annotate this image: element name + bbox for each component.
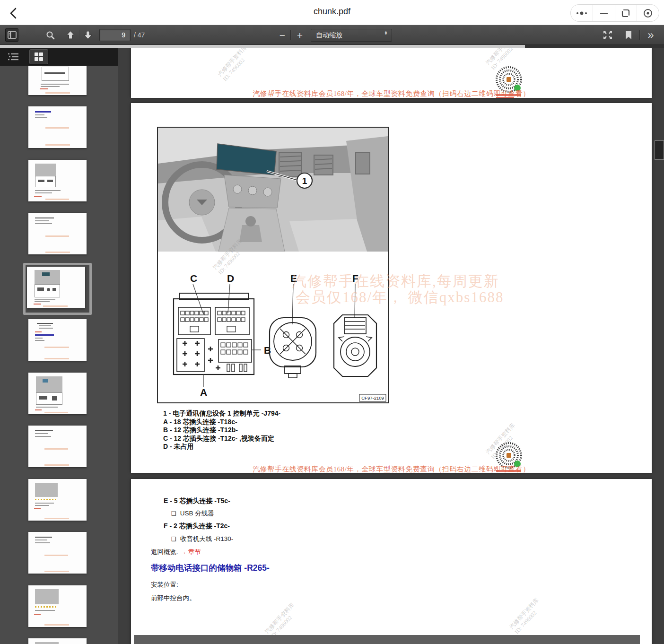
watermark-diagonal: 汽修帮手资料库ID: 7496002 — [263, 601, 301, 640]
sidebar-toggle-button[interactable] — [5, 28, 18, 42]
legend-line: A - 18 芯插头连接 -T18c- — [163, 418, 280, 426]
legend-line: D - 未占用 — [163, 443, 280, 451]
previous-page-button[interactable] — [64, 28, 77, 42]
watermark-red-banner: 汽修帮手在线资料库会员168/年，全球车型资料免费查询（扫码右边二维码即可查看） — [131, 89, 652, 98]
double-chevron-icon: » — [647, 29, 654, 41]
minimize-icon — [600, 12, 608, 15]
sidebar-header — [0, 48, 118, 66]
close-circle-icon — [643, 8, 653, 18]
thumbnails-view-button[interactable] — [29, 49, 48, 64]
more-options-button[interactable] — [571, 5, 593, 21]
legend-line: 1 - 电子通讯信息设备 1 控制单元 -J794- — [163, 409, 280, 418]
connector-subitem: ❑收音机天线 -R130- — [171, 535, 233, 543]
legend-line: C - 12 芯插头连接 -T12c- ,视装备而定 — [163, 435, 280, 443]
page-10: E - 5 芯插头连接 -T5c- ❑USB 分线器 F - 2 芯插头连接 -… — [131, 479, 652, 644]
watermark-red-banner: 汽修帮手在线资料库会员168/年，全球车型资料免费查询（扫码右边二维码即可查看） — [131, 465, 652, 473]
document-title: chunk.pdf — [0, 7, 664, 17]
thumbnail-page-12[interactable] — [28, 426, 87, 467]
outline-view-icon — [8, 52, 19, 61]
thumbnail-page-11[interactable] — [28, 373, 87, 414]
legend-line: B - 12 芯插头连接 -T12b- — [163, 426, 280, 435]
zoom-mode-value: 自动缩放 — [316, 31, 342, 40]
thumbnail-sidebar — [0, 48, 118, 644]
thumbnails-view-icon — [34, 52, 44, 62]
callout-1-label: 1 — [302, 176, 307, 186]
square-bullet-icon: ❑ — [171, 510, 176, 517]
section-heading: 带移动电话接口的储物箱 -R265- — [151, 562, 270, 574]
watermark-diagonal: 汽修帮手资料库ID: 7496002 — [216, 48, 253, 83]
dashboard-illustration — [158, 128, 388, 252]
chapter-link[interactable]: → 章节 — [180, 548, 201, 556]
thumbnail-page-9[interactable] — [27, 267, 85, 308]
connector-item-E: E - 5 芯插头连接 -T5c- — [164, 497, 233, 505]
thumbnail-page-7[interactable] — [28, 160, 87, 201]
more-tools-button[interactable]: » — [644, 28, 657, 42]
thumbnail-page-9-selected[interactable] — [23, 263, 92, 315]
back-to-overview: 返回概览. → 章节 — [151, 548, 201, 557]
float-window-button[interactable] — [615, 5, 637, 21]
thumbnail-page-8[interactable] — [28, 213, 87, 254]
presentation-mode-icon — [603, 30, 613, 40]
label-C: C — [190, 273, 197, 284]
outline-view-button[interactable] — [4, 49, 23, 64]
window-controls-capsule — [570, 4, 659, 22]
thumbnail-page-10[interactable] — [28, 319, 87, 361]
float-window-icon — [621, 9, 630, 18]
loading-bar-track — [0, 45, 664, 48]
label-A: A — [200, 387, 207, 398]
sidebar-toggle-icon — [8, 31, 17, 39]
minimize-button[interactable] — [593, 5, 615, 21]
pdf-viewer-area[interactable]: 汽修帮手资料库ID: 7496002 汽修帮手资料库ID: 7496002 汽修… — [119, 48, 664, 644]
thumbnail-page-14[interactable] — [28, 532, 87, 574]
thumbnail-page-16[interactable] — [28, 638, 87, 644]
bookmark-button[interactable] — [622, 28, 635, 42]
figure-connector-diagram: 1 C D E F — [157, 127, 389, 403]
page-down-icon — [83, 30, 93, 40]
zoom-in-label: + — [297, 30, 303, 40]
zoom-in-button[interactable]: + — [293, 28, 306, 42]
thumbnail-page-15[interactable] — [28, 585, 87, 627]
search-icon — [46, 31, 55, 40]
bookmark-icon — [625, 31, 632, 40]
more-dots-icon — [575, 10, 589, 16]
select-arrows-icon: ▲▼ — [384, 31, 388, 35]
paragraph: 安装位置: — [151, 581, 178, 589]
zoom-out-button[interactable]: − — [276, 28, 289, 42]
connector-subitem: ❑USB 分线器 — [171, 509, 233, 518]
next-page-button[interactable] — [81, 28, 95, 42]
page-9: 1 C D E F — [131, 103, 652, 473]
page-count-label: / 47 — [134, 31, 145, 39]
figure-legend: 1 - 电子通讯信息设备 1 控制单元 -J794- A - 18 芯插头连接 … — [163, 409, 280, 451]
thumbnail-page-6[interactable] — [28, 106, 87, 148]
page-up-icon — [66, 30, 75, 40]
watermark-diagonal: 汽修帮手资料库ID: 7496002 — [508, 597, 545, 635]
presentation-mode-button[interactable] — [601, 28, 614, 42]
label-D: D — [227, 273, 234, 284]
thumbnail-page-13[interactable] — [28, 479, 87, 521]
paragraph: 前部中控台内。 — [151, 594, 196, 602]
connector-item-F: F - 2 芯插头连接 -T2c- — [164, 522, 233, 531]
page-number-input[interactable] — [99, 29, 131, 41]
search-button[interactable] — [44, 28, 57, 42]
figure-code-label: CF97-2109 — [361, 395, 384, 400]
vertical-scrollbar-thumb[interactable] — [655, 140, 664, 160]
page-8: 汽修帮手资料库ID: 7496002 汽修帮手资料库ID: 7496002 汽修… — [131, 48, 652, 98]
square-bullet-icon: ❑ — [171, 536, 176, 542]
next-figure-image — [134, 635, 640, 644]
close-button[interactable] — [637, 5, 659, 21]
pdf-toolbar: / 47 − + 自动缩放 ▲▼ » — [0, 25, 664, 45]
browser-titlebar: chunk.pdf — [0, 0, 664, 25]
zoom-out-label: − — [280, 30, 285, 40]
loading-bar-progress — [0, 45, 525, 48]
watermark-center: 汽修帮手在线资料库,每周更新 会员仅168/年， 微信qxbs1688 — [292, 273, 504, 305]
zoom-mode-select[interactable]: 自动缩放 ▲▼ — [311, 29, 392, 42]
